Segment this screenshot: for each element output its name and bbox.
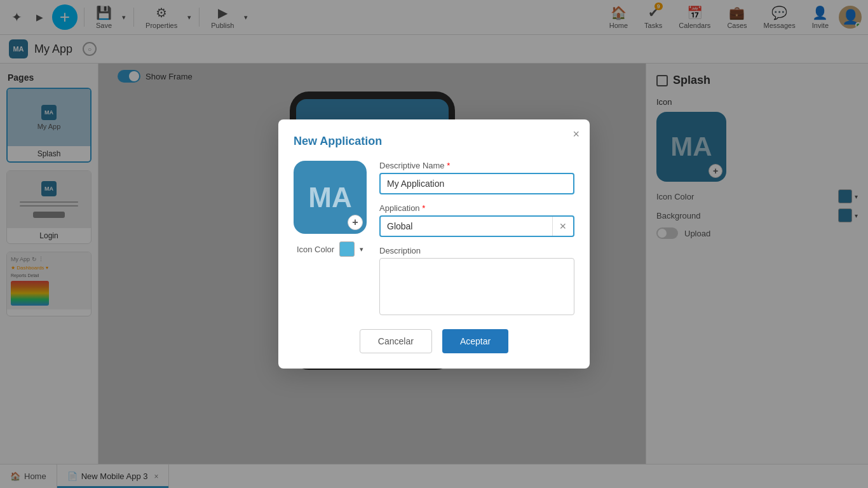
application-label-text: Application [379, 203, 420, 213]
description-input[interactable] [379, 258, 574, 315]
modal-icon-text: MA [308, 182, 351, 214]
modal-icon-color-arrow[interactable]: ▾ [360, 245, 363, 254]
modal-close-button[interactable]: × [573, 128, 580, 140]
new-application-modal: New Application × MA + Icon Color ▾ [278, 119, 590, 369]
description-group: Description [379, 246, 574, 315]
modal-icon-color-row: Icon Color ▾ [297, 241, 363, 257]
modal-icon-color-label: Icon Color [297, 245, 334, 254]
modal-title: New Application [294, 135, 574, 148]
modal-right: Descriptive Name * Application * Global … [379, 161, 574, 315]
application-select[interactable]: Global ✕ [379, 215, 574, 237]
application-label: Application * [379, 203, 574, 213]
application-group: Application * Global ✕ [379, 203, 574, 237]
description-label: Description [379, 246, 574, 255]
modal-left: MA + Icon Color ▾ [294, 161, 367, 315]
application-select-clear[interactable]: ✕ [552, 217, 573, 236]
descriptive-name-group: Descriptive Name * [379, 161, 574, 194]
descriptive-name-label-text: Descriptive Name [379, 161, 445, 170]
modal-icon-plus-button[interactable]: + [348, 215, 363, 230]
modal-body: MA + Icon Color ▾ Descriptive Name * [294, 161, 574, 315]
descriptive-name-required: * [447, 161, 450, 170]
modal-icon-color-swatch[interactable] [339, 241, 355, 257]
application-select-value: Global [381, 217, 552, 236]
modal-overlay[interactable]: New Application × MA + Icon Color ▾ [0, 0, 868, 488]
descriptive-name-input[interactable] [379, 173, 574, 194]
modal-footer: Cancelar Aceptar [294, 329, 574, 353]
accept-button[interactable]: Aceptar [442, 329, 508, 353]
application-required: * [422, 203, 425, 213]
modal-icon-preview[interactable]: MA + [294, 161, 367, 234]
descriptive-name-label: Descriptive Name * [379, 161, 574, 170]
cancel-button[interactable]: Cancelar [360, 329, 432, 353]
